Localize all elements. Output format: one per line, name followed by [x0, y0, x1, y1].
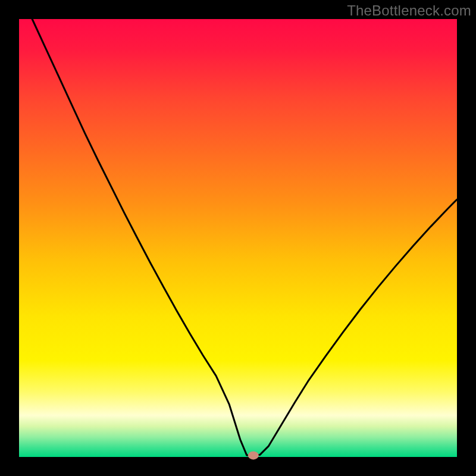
plot-background: [19, 19, 457, 457]
watermark-text: TheBottleneck.com: [347, 2, 471, 19]
bottleneck-chart: TheBottleneck.com: [0, 0, 476, 476]
chart-svg: [0, 0, 476, 476]
optimal-point-marker: [248, 451, 259, 459]
